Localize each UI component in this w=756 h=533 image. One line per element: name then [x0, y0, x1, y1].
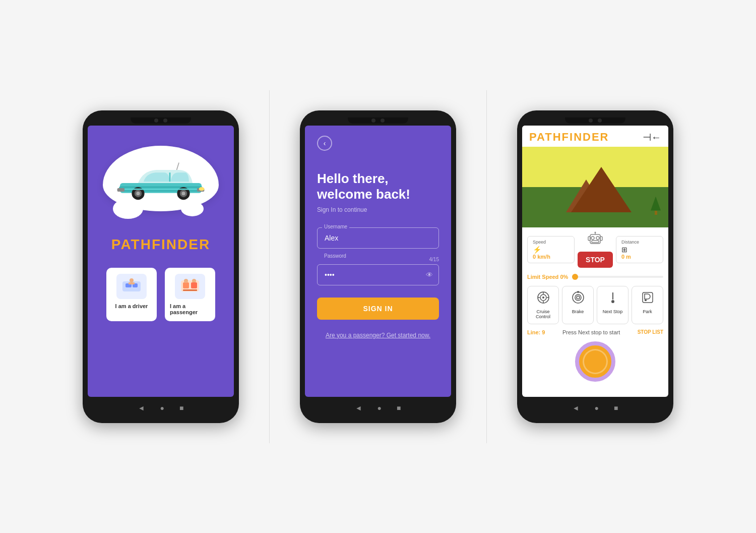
distance-value: 0 m [621, 254, 658, 260]
svg-point-17 [130, 278, 134, 282]
limit-label: Limit Speed 0% [527, 274, 568, 280]
divider-1 [269, 90, 270, 443]
passenger-button[interactable]: I am a passenger [165, 268, 215, 321]
svg-point-42 [577, 296, 580, 299]
passenger-icon [175, 274, 205, 299]
next-stop-svg [606, 290, 620, 305]
svg-rect-28 [592, 241, 599, 243]
phone-2-notch [348, 117, 408, 124]
logout-icon[interactable]: ⊣← [643, 131, 661, 143]
driver-header: PATHFINDER ⊣← [522, 126, 668, 147]
svg-point-10 [181, 192, 185, 195]
passenger-link[interactable]: Are you a passenger? Get started now. [317, 332, 439, 339]
back-button[interactable]: ‹ [317, 136, 332, 151]
username-label: Username [322, 224, 349, 229]
park-label: Park [643, 309, 652, 315]
next-stop-button[interactable]: Next Stop [597, 286, 628, 325]
stats-row: Speed ⚡ 0 km/h [522, 227, 668, 272]
svg-point-22 [192, 279, 196, 283]
nav-home-1[interactable]: ● [160, 404, 164, 412]
speed-value: 0 km/h [533, 254, 569, 260]
press-next-info: Press Next stop to start [562, 329, 620, 335]
speed-box: Speed ⚡ 0 km/h [527, 236, 575, 263]
driver-screen: PATHFINDER ⊣← Speed [522, 126, 668, 397]
cruise-icon [536, 290, 550, 307]
password-wrapper: 👁 [317, 264, 439, 285]
phone-1-notch [131, 117, 191, 124]
svg-rect-23 [191, 282, 197, 288]
svg-point-26 [591, 236, 594, 240]
tree-top [651, 197, 661, 211]
nav-recent-2[interactable]: ■ [397, 404, 401, 412]
svg-rect-24 [183, 289, 197, 291]
password-input[interactable] [317, 264, 439, 285]
login-greeting: Hello there, welcome back! [317, 171, 439, 202]
svg-rect-12 [124, 188, 197, 190]
next-stop-label: Next Stop [603, 309, 623, 315]
stop-button[interactable]: STOP [578, 252, 613, 268]
brake-button[interactable]: Brake [562, 286, 594, 325]
line-info: Line: 9 [527, 329, 545, 335]
nav-home-3[interactable]: ● [594, 404, 598, 412]
svg-point-39 [542, 297, 544, 299]
brake-svg [571, 290, 585, 305]
svg-rect-18 [129, 282, 135, 284]
distance-box: Distance ⊞ 0 m [616, 236, 663, 263]
svg-point-41 [575, 294, 581, 301]
cruise-svg [536, 290, 550, 305]
control-grid: CruiseControl Brake [522, 284, 668, 328]
passenger-link-text: Are you a passenger? Get started now. [326, 332, 430, 339]
svg-point-30 [595, 231, 596, 233]
login-subtitle: Sign In to continue [317, 206, 439, 213]
driver-svg [121, 277, 142, 295]
horn-button[interactable] [575, 341, 615, 382]
svg-point-45 [611, 300, 614, 303]
nav-home-2[interactable]: ● [377, 404, 381, 412]
svg-rect-47 [645, 300, 647, 301]
sign-in-button[interactable]: SIGN IN [317, 298, 439, 320]
nav-recent-3[interactable]: ■ [614, 404, 618, 412]
nav-back-1[interactable]: ◄ [138, 404, 145, 412]
login-screen: ‹ Hello there, welcome back! Sign In to … [305, 126, 451, 397]
nav-back-3[interactable]: ◄ [573, 404, 580, 412]
driver-label: I am a driver [115, 303, 148, 309]
speed-icon: ⚡ [533, 246, 569, 254]
map-mountain-right [571, 167, 632, 212]
role-buttons: I am a driver [106, 268, 215, 321]
car-illustration [115, 156, 206, 201]
slider-thumb [572, 274, 578, 280]
center-stat: STOP [578, 231, 613, 268]
distance-label: Distance [621, 240, 658, 245]
nav-back-2[interactable]: ◄ [355, 404, 362, 412]
driver-button[interactable]: I am a driver [106, 268, 157, 321]
nav-recent-1[interactable]: ■ [179, 404, 183, 412]
password-group: 4/15 Password 👁 [317, 257, 439, 285]
park-button[interactable]: Park [632, 286, 663, 325]
cruise-control-button[interactable]: CruiseControl [527, 286, 559, 325]
horn-area [522, 338, 668, 387]
phone-2-screen: ‹ Hello there, welcome back! Sign In to … [305, 126, 451, 397]
svg-rect-31 [588, 236, 590, 241]
stop-list-button[interactable]: STOP LIST [638, 329, 663, 335]
park-svg [641, 290, 655, 305]
svg-rect-3 [117, 188, 124, 191]
brake-label: Brake [572, 309, 584, 315]
svg-rect-20 [183, 282, 189, 288]
password-label: Password [322, 253, 348, 259]
phone-1: PATHFINDER I am a [83, 110, 239, 423]
svg-point-43 [577, 291, 579, 293]
eye-icon[interactable]: 👁 [426, 271, 433, 279]
phone-1-screen: PATHFINDER I am a [88, 126, 234, 397]
driver-icon [116, 274, 147, 299]
driver-app-title: PATHFINDER [529, 131, 609, 144]
svg-point-11 [199, 187, 205, 191]
phone-3-notch [565, 117, 625, 124]
phone-3-navbar: ◄ ● ■ [522, 400, 668, 416]
speed-slider[interactable] [572, 276, 663, 278]
passenger-label: I am a passenger [170, 303, 210, 315]
robot-icon [586, 231, 604, 250]
phone-3: PATHFINDER ⊣← Speed [517, 110, 673, 423]
username-input[interactable] [317, 227, 439, 249]
svg-point-21 [184, 279, 188, 283]
phone-1-navbar: ◄ ● ■ [88, 400, 234, 416]
